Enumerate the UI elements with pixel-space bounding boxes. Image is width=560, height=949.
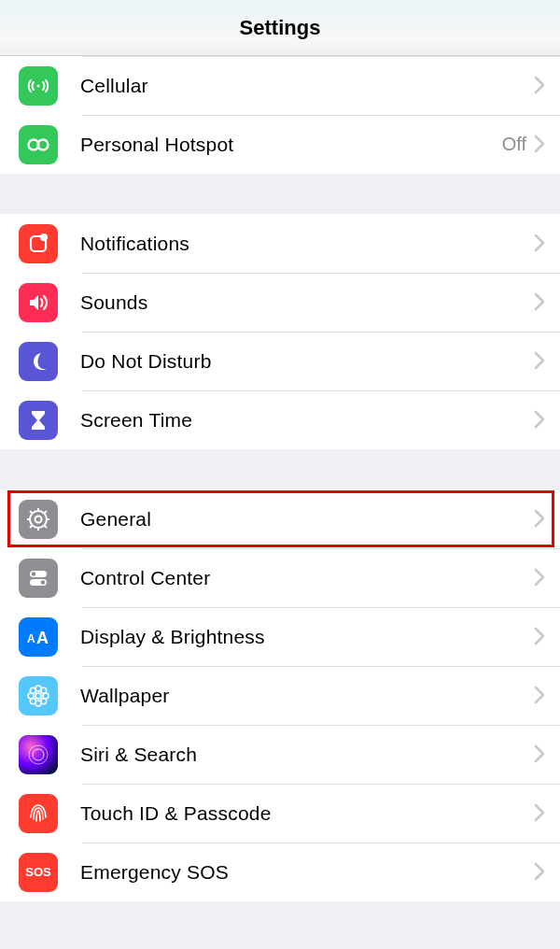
row-label: Cellular <box>80 75 534 97</box>
row-label: General <box>80 508 534 531</box>
svg-point-29 <box>41 698 47 703</box>
svg-point-4 <box>40 234 48 241</box>
row-label: Emergency SOS <box>80 861 534 884</box>
chevron-right-icon <box>534 292 547 313</box>
chevron-right-icon <box>534 509 547 530</box>
row-value: Off <box>502 134 526 155</box>
settings-group-alerts: Notifications Sounds Do Not Disturb Scre… <box>0 214 560 449</box>
page-title: Settings <box>0 0 560 56</box>
svg-text:A: A <box>27 632 35 645</box>
sounds-icon <box>19 283 58 322</box>
row-personal-hotspot[interactable]: Personal Hotspot Off <box>0 115 560 174</box>
chevron-right-icon <box>534 862 547 883</box>
row-display-brightness[interactable]: AA Display & Brightness <box>0 607 560 666</box>
flower-icon <box>19 676 58 715</box>
row-touch-id[interactable]: Touch ID & Passcode <box>0 784 560 843</box>
siri-icon <box>19 735 58 774</box>
settings-group-general: General Control Center AA Display & Brig… <box>0 489 560 901</box>
text-size-icon: AA <box>19 617 58 657</box>
row-siri-search[interactable]: Siri & Search <box>0 725 560 784</box>
row-label: Display & Brightness <box>80 626 534 648</box>
group-separator <box>0 449 560 489</box>
sos-icon: SOS <box>19 853 58 892</box>
row-screen-time[interactable]: Screen Time <box>0 390 560 449</box>
svg-point-21 <box>35 693 41 699</box>
svg-point-30 <box>29 745 48 764</box>
row-notifications[interactable]: Notifications <box>0 214 560 273</box>
page-title-text: Settings <box>240 16 321 40</box>
svg-text:A: A <box>36 629 49 647</box>
chevron-right-icon <box>534 686 547 706</box>
gear-icon <box>19 500 58 539</box>
row-label: Control Center <box>80 567 534 589</box>
svg-point-18 <box>41 580 46 585</box>
moon-icon <box>19 342 58 381</box>
hotspot-icon <box>19 125 58 164</box>
row-label: Personal Hotspot <box>80 134 502 156</box>
svg-line-12 <box>44 525 47 528</box>
row-label: Screen Time <box>80 409 534 432</box>
toggles-icon <box>19 559 58 598</box>
row-wallpaper[interactable]: Wallpaper <box>0 666 560 725</box>
fingerprint-icon <box>19 794 58 833</box>
chevron-right-icon <box>534 803 547 824</box>
row-label: Do Not Disturb <box>80 350 534 373</box>
svg-point-28 <box>30 698 35 703</box>
row-label: Touch ID & Passcode <box>80 802 534 825</box>
chevron-right-icon <box>534 568 547 588</box>
group-separator <box>0 174 560 214</box>
chevron-right-icon <box>534 76 547 96</box>
row-label: Wallpaper <box>80 685 534 707</box>
svg-point-26 <box>30 687 35 693</box>
notifications-icon <box>19 224 58 263</box>
row-label: Notifications <box>80 233 534 255</box>
row-sounds[interactable]: Sounds <box>0 273 560 332</box>
row-cellular[interactable]: Cellular <box>0 56 560 115</box>
chevron-right-icon <box>534 351 547 372</box>
chevron-right-icon <box>534 627 547 647</box>
chevron-right-icon <box>534 234 547 254</box>
svg-line-14 <box>30 525 33 528</box>
svg-point-27 <box>41 687 47 693</box>
row-label: Siri & Search <box>80 744 534 766</box>
chevron-right-icon <box>534 135 547 155</box>
svg-point-16 <box>32 572 36 576</box>
row-do-not-disturb[interactable]: Do Not Disturb <box>0 332 560 390</box>
hourglass-icon <box>19 401 58 440</box>
row-label: Sounds <box>80 291 534 314</box>
svg-point-31 <box>33 749 44 760</box>
svg-text:SOS: SOS <box>25 865 51 879</box>
cellular-icon <box>19 66 58 106</box>
svg-point-6 <box>35 516 42 522</box>
settings-group-network: Cellular Personal Hotspot Off <box>0 56 560 174</box>
chevron-right-icon <box>534 744 547 765</box>
row-emergency-sos[interactable]: SOS Emergency SOS <box>0 843 560 901</box>
chevron-right-icon <box>534 410 547 431</box>
svg-line-13 <box>44 511 47 514</box>
row-general[interactable]: General <box>0 489 560 548</box>
svg-line-11 <box>30 511 33 514</box>
svg-point-0 <box>36 84 39 87</box>
row-control-center[interactable]: Control Center <box>0 548 560 607</box>
